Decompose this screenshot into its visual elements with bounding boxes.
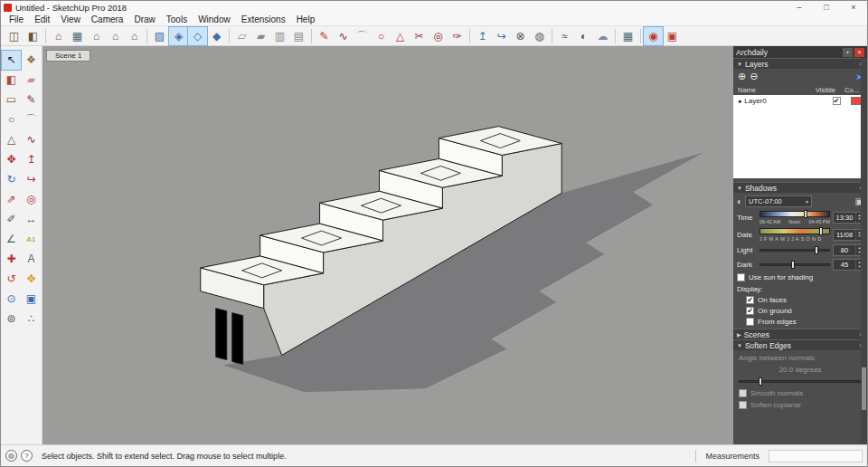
- cut-tool-icon[interactable]: ✂: [410, 27, 429, 45]
- maximize-button[interactable]: □: [813, 1, 840, 14]
- staircase-leg[interactable]: [232, 313, 243, 365]
- x-ray-icon[interactable]: ▨: [150, 27, 169, 45]
- active-layer-radio[interactable]: ●: [738, 98, 741, 104]
- group-box-icon[interactable]: ◧: [24, 27, 42, 45]
- add-layer-icon[interactable]: ⊕: [738, 71, 746, 81]
- shadows-panel-header[interactable]: ▼ Shadows ×: [733, 182, 867, 193]
- rectangle-tool-icon[interactable]: ▭: [2, 91, 21, 110]
- minimize-button[interactable]: –: [786, 1, 813, 14]
- zoom-tool-icon[interactable]: ⊙: [2, 290, 21, 309]
- protractor-tool-icon[interactable]: ∠: [2, 230, 21, 249]
- shaded-icon[interactable]: ◆: [207, 27, 226, 45]
- section-cuts-icon[interactable]: ▰: [251, 27, 270, 45]
- collapse-arrow-icon[interactable]: ▼: [737, 186, 742, 191]
- arc-tool-icon[interactable]: ⌒: [22, 110, 41, 129]
- freehand-icon[interactable]: ∿: [334, 27, 353, 45]
- freehand-tool-icon[interactable]: ∿: [22, 130, 41, 149]
- date-spinner[interactable]: 11/08 ▲▼: [833, 229, 863, 241]
- move-tool-icon[interactable]: ✥: [2, 150, 21, 169]
- front-view-icon[interactable]: ⌂: [87, 27, 106, 45]
- on-ground-checkbox[interactable]: ✔: [746, 307, 754, 315]
- staircase-model-viewport[interactable]: [42, 46, 733, 444]
- section-fill-icon[interactable]: ▥: [270, 27, 289, 45]
- column-visible[interactable]: Visible: [816, 86, 844, 94]
- axes-tool-icon[interactable]: ✚: [2, 250, 21, 269]
- soften-coplanar-checkbox[interactable]: ✔: [739, 401, 747, 409]
- light-spinner[interactable]: 80 ▲▼: [833, 244, 863, 256]
- wireframe-icon[interactable]: ◈: [169, 27, 188, 45]
- offset-tool-icon[interactable]: ◎: [429, 27, 448, 45]
- eraser-tool-icon[interactable]: ▰: [22, 71, 41, 90]
- menu-help[interactable]: Help: [291, 14, 321, 24]
- section-display-icon[interactable]: ▤: [289, 27, 308, 45]
- layer-visible-checkbox[interactable]: ✔: [833, 97, 841, 105]
- section-plane-icon[interactable]: ▱: [232, 27, 251, 45]
- component-box-icon[interactable]: ◫: [5, 27, 24, 45]
- orbit-tool-icon[interactable]: ↺: [2, 270, 21, 289]
- staircase-leg[interactable]: [216, 309, 227, 360]
- tray-close-icon[interactable]: ×: [854, 48, 864, 57]
- walk-tool-icon[interactable]: ∴: [22, 310, 41, 329]
- expand-arrow-icon[interactable]: ▶: [737, 331, 741, 338]
- help-icon[interactable]: ?: [21, 450, 33, 462]
- intersect-icon[interactable]: ⊗: [511, 27, 530, 45]
- scenes-panel-header[interactable]: ▶ Scenes ×: [733, 329, 867, 339]
- offset-tool-icon[interactable]: ◎: [22, 190, 41, 209]
- menu-edit[interactable]: Edit: [29, 14, 55, 24]
- timezone-dropdown[interactable]: UTC-07:00 ▾: [745, 195, 812, 207]
- on-faces-checkbox[interactable]: ✔: [746, 296, 754, 304]
- zoom-extents-tool-icon[interactable]: ▣: [22, 290, 41, 309]
- dimension-tool-icon[interactable]: ↔: [22, 210, 41, 229]
- soften-edges-icon[interactable]: ≈: [555, 27, 574, 45]
- measurements-input[interactable]: [769, 450, 863, 462]
- back-view-icon[interactable]: ⌂: [125, 27, 144, 45]
- tray-scrollbar[interactable]: [861, 58, 867, 444]
- time-spinner[interactable]: 13:30 ▲▼: [833, 212, 863, 224]
- extension-warehouse-icon[interactable]: ◉: [644, 27, 663, 45]
- time-slider[interactable]: [760, 210, 830, 218]
- menu-file[interactable]: File: [4, 14, 29, 24]
- text-tool-icon[interactable]: A1: [22, 230, 41, 249]
- select-tool-icon[interactable]: ↖: [2, 51, 21, 70]
- dark-spinner[interactable]: 45 ▲▼: [833, 259, 863, 271]
- line-tool-icon[interactable]: ✎: [22, 91, 41, 110]
- tape-measure-tool-icon[interactable]: ✐: [2, 210, 21, 229]
- add-location-icon[interactable]: ▦: [618, 27, 637, 45]
- pan-tool-icon[interactable]: ✥: [22, 270, 41, 289]
- 3d-warehouse-icon[interactable]: ▣: [663, 27, 682, 45]
- soften-edges-panel-header[interactable]: ▼ Soften Edges ×: [733, 339, 867, 350]
- menu-draw[interactable]: Draw: [128, 14, 160, 24]
- scale-tool-icon[interactable]: ⇗: [2, 190, 21, 209]
- hidden-line-icon[interactable]: ◇: [188, 27, 207, 45]
- layer-name[interactable]: Layer0: [744, 97, 822, 105]
- position-camera-tool-icon[interactable]: ⊚: [2, 310, 21, 329]
- collapse-arrow-icon[interactable]: ▼: [737, 62, 742, 67]
- geo-location-icon[interactable]: ◍: [5, 450, 17, 462]
- outer-shell-icon[interactable]: ◍: [530, 27, 549, 45]
- paint-bucket-tool-icon[interactable]: ◧: [2, 71, 21, 90]
- menu-window[interactable]: Window: [193, 14, 236, 24]
- menu-camera[interactable]: Camera: [86, 14, 129, 24]
- layers-panel-header[interactable]: ▼ Layers ×: [733, 58, 867, 69]
- toggle-shadows-icon[interactable]: ◐: [737, 196, 742, 206]
- dark-slider[interactable]: [760, 261, 830, 269]
- make-component-tool-icon[interactable]: ❖: [22, 51, 41, 70]
- fog-icon[interactable]: ☁: [593, 27, 612, 45]
- menu-view[interactable]: View: [55, 14, 86, 24]
- close-button[interactable]: ×: [840, 1, 867, 14]
- top-view-icon[interactable]: ▦: [68, 27, 87, 45]
- collapse-arrow-icon[interactable]: ▼: [737, 343, 742, 348]
- follow-me-tool-icon[interactable]: ↪: [22, 170, 41, 189]
- line-tool-icon[interactable]: ✎: [315, 27, 334, 45]
- text-tool-icon[interactable]: ✑: [448, 27, 467, 45]
- smooth-normals-checkbox[interactable]: ✔: [739, 389, 747, 397]
- use-sun-checkbox[interactable]: ✔: [737, 273, 745, 281]
- shadows-toggle-icon[interactable]: ◐: [574, 27, 593, 45]
- menu-extensions[interactable]: Extensions: [236, 14, 291, 24]
- angle-slider[interactable]: [739, 377, 862, 386]
- scene-tab[interactable]: Scene 1: [46, 50, 90, 62]
- push-pull-icon[interactable]: ↥: [473, 27, 492, 45]
- model-canvas[interactable]: Scene 1: [42, 46, 733, 444]
- column-name[interactable]: Name: [738, 86, 816, 94]
- tray-scrollbar-thumb[interactable]: [862, 367, 866, 410]
